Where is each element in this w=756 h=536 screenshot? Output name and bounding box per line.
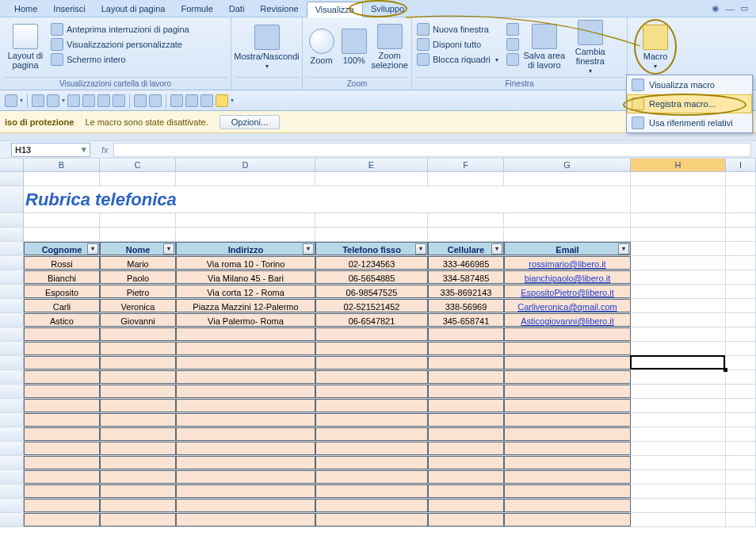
cell[interactable]: [631, 370, 726, 384]
cell[interactable]: [24, 356, 100, 369]
cell[interactable]: [631, 342, 726, 355]
cell[interactable]: [428, 456, 504, 469]
cell[interactable]: [24, 442, 100, 455]
cell[interactable]: [631, 285, 726, 298]
cell[interactable]: [176, 385, 315, 398]
email-link[interactable]: rossimario@libero.it: [529, 259, 605, 269]
cell[interactable]: [428, 470, 504, 484]
cell[interactable]: Indirizzo▾: [176, 242, 315, 255]
cell[interactable]: [315, 484, 428, 498]
cell[interactable]: [726, 470, 756, 484]
cell[interactable]: [726, 356, 756, 369]
cell[interactable]: [176, 370, 315, 384]
cell[interactable]: [315, 385, 428, 398]
cell[interactable]: [100, 213, 176, 227]
row-header[interactable]: [0, 213, 24, 227]
cell[interactable]: Via corta 12 - Roma: [176, 285, 315, 298]
cell[interactable]: [315, 499, 428, 512]
cell[interactable]: [315, 442, 428, 455]
arrange-all-button[interactable]: Disponi tutto: [415, 37, 500, 52]
cell[interactable]: [726, 256, 756, 270]
cell[interactable]: Via roma 10 - Torino: [176, 256, 315, 270]
cell[interactable]: [24, 228, 100, 241]
worksheet[interactable]: B C D E F G H I Rubrica telefonicaCognom…: [0, 159, 756, 527]
cell[interactable]: Via Palermo- Roma: [176, 313, 315, 327]
cell[interactable]: [428, 484, 504, 498]
minimize-icon[interactable]: —: [724, 3, 735, 14]
cell[interactable]: [428, 213, 504, 227]
tab-insert[interactable]: Inserisci: [45, 2, 93, 16]
cell[interactable]: [631, 270, 726, 284]
cell[interactable]: [726, 399, 756, 412]
cell[interactable]: [504, 370, 631, 384]
cell[interactable]: [100, 327, 176, 341]
email-link[interactable]: EspositoPietro@libero.it: [521, 288, 614, 297]
qat-icon[interactable]: [82, 94, 95, 107]
row-header[interactable]: [0, 370, 24, 384]
cell[interactable]: [631, 186, 726, 212]
cell[interactable]: Carli: [24, 299, 100, 312]
cell[interactable]: [176, 470, 315, 484]
macros-button[interactable]: Macro ▾: [634, 19, 677, 75]
qat-icon[interactable]: [97, 94, 110, 107]
email-link[interactable]: Asticogiovanni@libero.it: [521, 316, 614, 326]
cell[interactable]: [100, 228, 176, 241]
cell[interactable]: Piazza Mazzini 12-Palermo: [176, 299, 315, 312]
cell[interactable]: [315, 370, 428, 384]
cell[interactable]: [315, 327, 428, 341]
tab-page-layout[interactable]: Layout di pagina: [94, 2, 174, 16]
cell[interactable]: Veronica: [100, 299, 176, 312]
cell[interactable]: [428, 499, 504, 512]
cell[interactable]: [631, 513, 726, 526]
cell[interactable]: [504, 399, 631, 412]
filter-button[interactable]: ▾: [87, 243, 98, 255]
cell[interactable]: [24, 470, 100, 484]
cell[interactable]: [504, 228, 631, 241]
cell[interactable]: [726, 228, 756, 241]
row-header[interactable]: [0, 172, 24, 186]
view-macros-item[interactable]: Visualizza macro: [627, 75, 752, 94]
cell[interactable]: [631, 356, 726, 369]
cell[interactable]: [726, 499, 756, 512]
cell[interactable]: [176, 499, 315, 512]
cell[interactable]: [726, 213, 756, 227]
cell[interactable]: [726, 299, 756, 312]
cell[interactable]: [24, 399, 100, 412]
cell[interactable]: [24, 513, 100, 526]
col-header[interactable]: E: [315, 159, 428, 171]
cell[interactable]: [631, 484, 726, 498]
email-link[interactable]: Carliveronica@gmail.com: [517, 302, 617, 312]
cell[interactable]: [428, 356, 504, 369]
col-header[interactable]: I: [726, 159, 756, 171]
cell[interactable]: [176, 442, 315, 455]
cell[interactable]: [631, 313, 726, 327]
row-header[interactable]: [0, 356, 24, 369]
col-header[interactable]: G: [504, 159, 631, 171]
col-header[interactable]: C: [100, 159, 176, 171]
cell[interactable]: [176, 456, 315, 469]
cell[interactable]: [100, 456, 176, 469]
cell[interactable]: [504, 442, 631, 455]
restore-icon[interactable]: ▭: [739, 3, 750, 14]
cell[interactable]: [24, 413, 100, 427]
row-header[interactable]: [0, 399, 24, 412]
page-layout-button[interactable]: Layout di pagina: [3, 19, 48, 75]
qat-icon[interactable]: [47, 94, 59, 107]
cell[interactable]: [176, 342, 315, 355]
cell[interactable]: [504, 172, 631, 186]
qat-icon[interactable]: [200, 94, 213, 107]
cell[interactable]: [631, 256, 726, 270]
cell[interactable]: [428, 385, 504, 398]
cell[interactable]: [428, 228, 504, 241]
show-hide-button[interactable]: Mostra/Nascondi ▾: [235, 19, 299, 75]
cell[interactable]: 338-56969: [428, 299, 504, 312]
row-header[interactable]: [0, 499, 24, 512]
fill-handle[interactable]: [724, 368, 727, 372]
record-macro-item[interactable]: Registra macro...: [627, 94, 752, 113]
qat-icon[interactable]: [185, 94, 198, 107]
cell[interactable]: [100, 499, 176, 512]
security-options-button[interactable]: Opzioni...: [220, 115, 280, 129]
chevron-down-icon[interactable]: ▾: [231, 97, 234, 104]
cell[interactable]: [631, 172, 726, 186]
cell[interactable]: Esposito: [24, 285, 100, 298]
